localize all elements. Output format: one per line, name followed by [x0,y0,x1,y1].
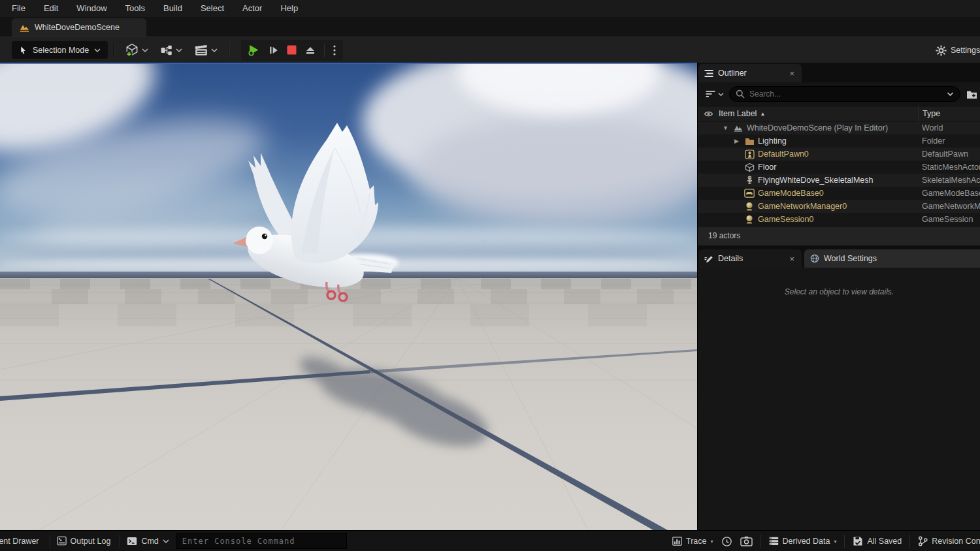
output-log-button[interactable]: Output Log [57,536,111,546]
trace-button[interactable]: Trace ▾ [672,537,713,546]
details-pencil-icon [704,254,713,263]
tab-outliner[interactable]: Outliner × [698,64,802,82]
game-object-orb-icon [745,215,754,225]
chevron-down-icon [947,91,954,97]
insights-session-button[interactable] [721,536,732,547]
stop-button[interactable] [287,45,297,55]
outliner-row-world[interactable]: ▼ WhiteDoveDemoScene (Play In Editor) Wo… [698,121,980,134]
settings-button[interactable]: Settings [936,37,980,63]
play-button[interactable] [248,44,260,56]
outliner-search[interactable] [729,86,960,102]
toolbar-separator [229,42,229,58]
all-saved-button[interactable]: All Saved [853,536,902,546]
tab-world-settings[interactable]: World Settings [804,249,980,268]
statusbar-separator [844,535,845,548]
output-log-icon [57,536,67,546]
outliner-header: Item Label ▲ Type [698,106,980,121]
search-icon [736,89,745,99]
console-icon [127,537,137,546]
outliner-row-floor[interactable]: Floor StaticMeshActor [698,161,980,174]
asset-tab-label: WhiteDoveDemoScene [35,23,120,32]
revision-control-button[interactable]: Revision Control [918,536,980,546]
statusbar-right-cluster: Trace ▾ [672,531,980,551]
menu-help[interactable]: Help [271,0,307,17]
flying-white-dove [233,123,395,301]
column-item-label[interactable]: Item Label ▲ [719,109,765,118]
statusbar-separator [120,535,120,548]
filter-dropdown[interactable] [706,90,724,98]
chevron-down-icon [176,48,182,53]
derived-data-button[interactable]: Derived Data ▾ [769,537,837,546]
blueprints-dropdown[interactable] [154,44,188,57]
play-separator [324,44,325,57]
close-icon[interactable]: × [788,69,796,78]
menu-select[interactable]: Select [191,0,233,17]
outliner-row-gamemode[interactable]: GameModeBase0 GameModeBase [698,187,980,200]
details-panel-body: Select an object to view details. [698,268,980,530]
visibility-eye-icon[interactable] [704,110,713,118]
console-command-input[interactable] [176,533,347,549]
statusbar-separator [50,535,50,548]
menu-file[interactable]: File [3,0,35,17]
chevron-down-icon [94,48,101,53]
trace-chart-icon [672,537,682,546]
statusbar-separator [760,535,761,548]
branch-icon [918,536,928,546]
clapperboard-icon [194,44,208,57]
chevron-down-icon [163,539,169,544]
chevron-down-icon: ▾ [710,539,713,544]
outliner-icon [704,69,713,78]
add-actor-cube-icon [125,43,139,57]
details-empty-message: Select an object to view details. [698,287,980,296]
outliner-tree: ▼ WhiteDoveDemoScene (Play In Editor) Wo… [698,121,980,226]
chevron-down-icon [718,92,724,97]
play-options-kebab[interactable] [333,44,336,56]
cinematics-dropdown[interactable] [188,44,223,57]
unreal-editor-window: File Edit Window Tools Build Select Acto… [0,0,980,551]
details-tab-strip: Details × World Settings [698,248,980,268]
right-panel: Outliner × [697,63,980,530]
selection-mode-dropdown[interactable]: Selection Mode [12,41,108,59]
content-drawer-button[interactable]: Content Drawer [0,537,39,546]
search-input[interactable] [749,89,942,99]
skeletal-mesh-icon [745,176,754,185]
column-type[interactable]: Type [918,106,980,121]
tab-details[interactable]: Details × [698,249,802,268]
derived-data-icon [769,537,779,546]
selection-mode-label: Selection Mode [33,46,89,55]
outliner-row-skeletalmesh[interactable]: FlyingWhiteDove_SkeletalMesh SkeletalMes… [698,174,980,187]
menu-build[interactable]: Build [154,0,191,17]
outliner-row-defaultpawn[interactable]: DefaultPawn0 DefaultPawn [698,148,980,161]
globe-icon [810,254,819,263]
menu-window[interactable]: Window [67,0,116,17]
menu-bar: File Edit Window Tools Build Select Acto… [0,0,980,17]
menu-actor[interactable]: Actor [233,0,271,17]
sort-asc-icon: ▲ [760,111,765,117]
outliner-row-gamenetworkmanager[interactable]: GameNetworkManager0 GameNetworkManager [698,200,980,213]
close-icon[interactable]: × [788,254,796,264]
menu-tools[interactable]: Tools [116,0,154,17]
add-actor-dropdown[interactable] [119,43,154,57]
expander-collapse-icon[interactable]: ▼ [721,125,730,131]
create-folder-button[interactable] [966,89,977,99]
cursor-icon [19,46,27,55]
screenshot-button[interactable] [740,536,753,546]
toolbar-separator [113,42,114,58]
frame-skip-button[interactable] [268,45,279,55]
save-check-icon [853,536,863,546]
outliner-row-lighting[interactable]: ▶ Lighting Folder [698,134,980,148]
chevron-down-icon [142,48,148,53]
game-mode-icon [744,189,755,198]
filter-icon [706,90,715,98]
cmd-dropdown[interactable]: Cmd [127,537,169,546]
eject-button[interactable] [304,45,316,55]
outliner-row-gamesession[interactable]: GameSession0 GameSession [698,213,980,226]
expander-expand-icon[interactable]: ▶ [732,138,741,144]
level-icon [734,123,743,133]
settings-label: Settings [951,46,980,55]
viewport[interactable] [0,63,697,530]
tab-whitedovedemoscene[interactable]: WhiteDoveDemoScene [12,18,146,37]
game-object-orb-icon [745,202,754,212]
outliner-toolbar [698,82,980,106]
menu-edit[interactable]: Edit [35,0,67,17]
